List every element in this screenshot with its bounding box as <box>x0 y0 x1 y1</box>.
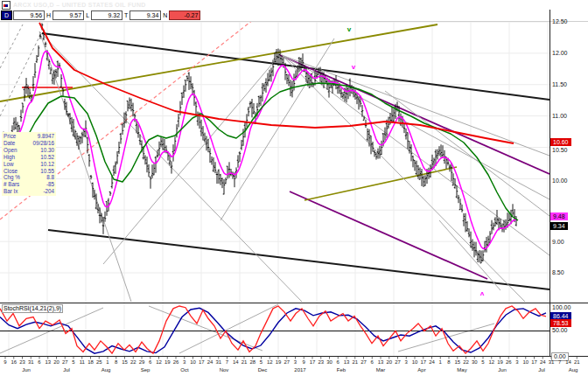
month-label: Jun <box>493 367 512 373</box>
main-price-panel: vvv <box>0 19 550 302</box>
axis-label: 9.34 <box>550 222 568 230</box>
tooltip-row: Bar Ix-204 <box>4 188 54 195</box>
month-label: May <box>452 367 472 373</box>
price-axis[interactable]: 12.5012.0011.5011.0010.5010.009.008.5010… <box>550 0 588 376</box>
stochastic-indicator-label: StochRSI(14,21(2),9) <box>2 304 63 313</box>
axis-label: 12.50 <box>552 18 568 24</box>
month-label: Sep <box>136 367 155 373</box>
trendline-gray-dashed-edge[interactable] <box>0 35 40 116</box>
date-tick-label: 21 <box>570 359 583 365</box>
month-label: Aug <box>564 367 583 373</box>
month-label: Nov <box>214 367 234 373</box>
month-label: Dec <box>253 367 272 373</box>
axis-label: 78.53 <box>550 319 571 327</box>
tooltip-row: Date09/28/16 <box>4 140 54 147</box>
month-label: Jul <box>532 367 551 373</box>
tooltip-row: High10.52 <box>4 154 54 161</box>
axis-label: 8.50 <box>552 269 564 275</box>
wave-marker-green-down[interactable]: v <box>347 25 352 33</box>
axis-label: 50.00 <box>552 327 568 333</box>
axis-label: 10.50 <box>552 147 568 153</box>
month-label: Feb <box>332 367 351 373</box>
chart-canvas[interactable]: vvv <box>0 0 588 376</box>
trendline-olive-short[interactable] <box>304 167 457 200</box>
month-label: Apr <box>412 367 431 373</box>
wave-marker-magenta-up[interactable]: v <box>480 290 484 298</box>
month-label: Aug <box>96 367 116 373</box>
month-label: Mar <box>371 367 390 373</box>
wave-marker-magenta-down[interactable]: v <box>352 63 356 71</box>
axis-label: 10.00 <box>552 178 568 184</box>
stochastic-panel <box>0 304 550 353</box>
tooltip-row: Price9.8947 <box>4 133 54 140</box>
trendline-channel-purple-lower[interactable] <box>290 191 487 279</box>
tooltip-row: Close10.55 <box>4 168 54 175</box>
axis-label: 9.00 <box>552 239 564 245</box>
axis-label: 11.50 <box>552 81 567 87</box>
month-label: Jul <box>57 367 76 373</box>
axis-label: 100.00 <box>552 304 570 310</box>
charting-app-window: ARCX USO,D – UNITED STATES OIL FUND D9.5… <box>0 0 588 376</box>
tooltip-row: # Bars-85 <box>4 181 54 188</box>
axis-label: 11.00 <box>552 113 567 119</box>
month-label: Oct <box>175 367 194 373</box>
trendline-support-black-lower[interactable] <box>48 230 550 289</box>
trendline-gray-dashed-edge[interactable] <box>0 24 23 68</box>
tooltip-row: Low10.12 <box>4 161 54 168</box>
month-label: 2017 <box>290 367 310 373</box>
axis-label: 12.00 <box>552 50 568 56</box>
ma-slow-ma[interactable] <box>39 23 514 143</box>
axis-label: 9.48 <box>550 212 568 220</box>
data-window-tooltip: Price9.8947Date09/28/16Open10.30High10.5… <box>2 132 56 196</box>
tooltip-row: Chg %8.8 <box>4 174 54 181</box>
month-label: Jun <box>17 367 36 373</box>
tooltip-row: Open10.30 <box>4 147 54 154</box>
axis-label: 10.60 <box>550 138 571 146</box>
ohlc-bars <box>3 23 518 263</box>
